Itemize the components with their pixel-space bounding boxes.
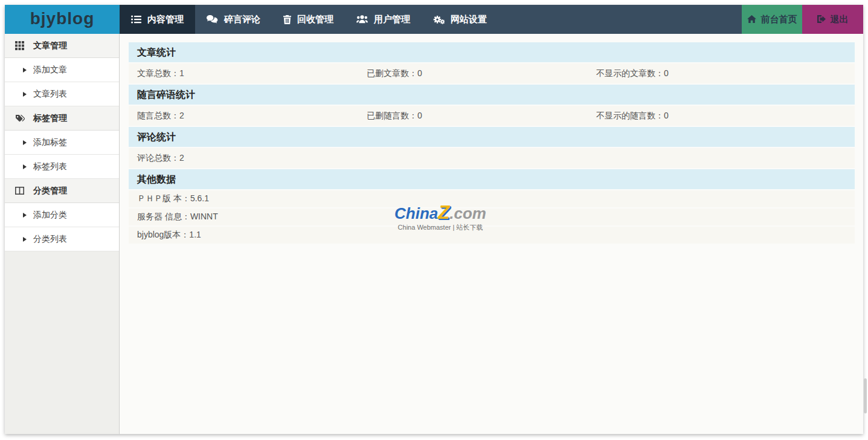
columns-icon <box>15 187 25 195</box>
sidebar-group-tags[interactable]: 标签管理 <box>5 106 119 131</box>
chinaz-brand-z: Z <box>438 202 449 223</box>
trash-icon <box>283 15 291 24</box>
nav-item-users[interactable]: 用户管理 <box>345 5 422 34</box>
grid-icon <box>15 41 25 50</box>
sidebar-item-label: 标签列表 <box>33 161 67 172</box>
sidebar-group-articles[interactable]: 文章管理 <box>5 34 119 58</box>
logout-button[interactable]: 退出 <box>802 5 863 34</box>
sidebar-item-label: 文章列表 <box>33 89 67 100</box>
nav-item-site-settings[interactable]: 网站设置 <box>422 5 498 34</box>
stat-mood-total: 随言总数：2 <box>129 111 358 121</box>
server-info-row: 服务器 信息：WINNT <box>129 209 855 225</box>
sidebar-item-article-list[interactable]: 文章列表 <box>5 82 119 106</box>
caret-right-icon <box>23 140 27 145</box>
stat-article-hidden: 不显示的文章数：0 <box>588 68 817 79</box>
section-title-other-data: 其他数据 <box>129 169 855 189</box>
sidebar: 文章管理 添加文章 文章列表 标签管理 添加标签 标签列表 <box>5 34 120 434</box>
article-stats-row: 文章总数：1 已删文章数：0 不显示的文章数：0 <box>129 63 855 83</box>
chinaz-brand-suffix: .com <box>449 204 486 222</box>
sidebar-item-add-tag[interactable]: 添加标签 <box>5 131 119 155</box>
sidebar-item-label: 添加分类 <box>33 210 67 221</box>
caret-right-icon <box>23 213 27 218</box>
sidebar-item-tag-list[interactable]: 标签列表 <box>5 155 119 179</box>
home-icon <box>747 15 756 25</box>
vertical-scrollbar-thumb[interactable] <box>864 378 867 413</box>
php-version-row: ＰＨＰ版 本：5.6.1 <box>129 190 855 207</box>
nav-item-label: 用户管理 <box>374 14 410 25</box>
chinaz-logo: ChinaZ.com <box>389 204 492 222</box>
logout-label: 退出 <box>831 14 849 25</box>
stat-article-deleted: 已删文章数：0 <box>358 68 588 79</box>
chinaz-brand-prefix: China <box>394 204 438 222</box>
sidebar-group-label: 文章管理 <box>33 40 67 51</box>
nav-item-content-management[interactable]: 内容管理 <box>120 5 195 34</box>
app-logo: bjyblog <box>5 5 120 34</box>
sidebar-group-categories[interactable]: 分类管理 <box>5 179 119 203</box>
caret-right-icon <box>23 92 27 97</box>
nav-item-label: 回收管理 <box>297 14 333 25</box>
sign-out-icon <box>817 15 826 25</box>
nav-item-label: 内容管理 <box>147 14 184 25</box>
front-home-button[interactable]: 前台首页 <box>742 5 802 34</box>
sidebar-item-label: 分类列表 <box>33 234 67 245</box>
chinaz-tagline: China Webmaster | 站长下载 <box>389 223 492 232</box>
top-navbar: 内容管理 碎言评论 回收管理 用户管理 网站设置 <box>120 5 863 34</box>
nav-item-comments[interactable]: 碎言评论 <box>195 5 272 34</box>
stat-mood-hidden: 不显示的随言数：0 <box>588 111 817 121</box>
bjyblog-version-row: bjyblog版本：1.1 <box>129 227 855 244</box>
caret-right-icon <box>23 164 27 169</box>
stat-comment-total: 评论总数：2 <box>129 153 358 164</box>
comment-stats-row: 评论总数：2 <box>129 148 855 168</box>
caret-right-icon <box>23 68 27 73</box>
front-home-label: 前台首页 <box>761 14 797 25</box>
nav-item-label: 网站设置 <box>451 14 487 25</box>
mood-stats-row: 随言总数：2 已删随言数：0 不显示的随言数：0 <box>129 106 855 126</box>
section-title-comment-stats: 评论统计 <box>129 127 855 147</box>
nav-item-recycle[interactable]: 回收管理 <box>272 5 345 34</box>
caret-right-icon <box>23 237 27 242</box>
comments-icon <box>207 15 218 24</box>
nav-item-label: 碎言评论 <box>224 14 260 25</box>
stat-article-total: 文章总数：1 <box>129 68 358 79</box>
section-title-article-stats: 文章统计 <box>129 42 855 62</box>
sidebar-group-label: 标签管理 <box>33 113 67 124</box>
admin-window: bjyblog 内容管理 碎言评论 回收管理 用户管理 <box>5 5 863 434</box>
sidebar-item-add-article[interactable]: 添加文章 <box>5 58 119 82</box>
sidebar-item-label: 添加标签 <box>33 137 67 148</box>
users-icon <box>356 15 368 24</box>
main-content: 文章统计 文章总数：1 已删文章数：0 不显示的文章数：0 随言碎语统计 随言总… <box>120 34 863 434</box>
section-title-mood-stats: 随言碎语统计 <box>129 85 855 105</box>
stat-mood-deleted: 已删随言数：0 <box>358 111 588 121</box>
sidebar-item-category-list[interactable]: 分类列表 <box>5 227 119 251</box>
cogs-icon <box>433 15 445 24</box>
sidebar-item-label: 添加文章 <box>33 65 67 76</box>
chinaz-watermark: ChinaZ.com China Webmaster | 站长下载 <box>389 204 492 232</box>
sidebar-item-add-category[interactable]: 添加分类 <box>5 203 119 227</box>
sidebar-group-label: 分类管理 <box>33 186 67 196</box>
navbar-spacer <box>498 5 742 34</box>
tags-icon <box>15 114 25 123</box>
list-icon <box>131 15 141 24</box>
